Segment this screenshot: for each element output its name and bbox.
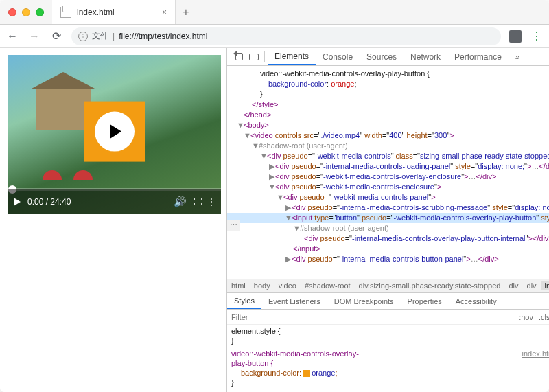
brace: } [260, 90, 263, 98]
tree-toggle-icon[interactable]: ▼ [237, 120, 244, 130]
selected-node[interactable]: ▼<input type="button" pseudo="-webkit-me… [227, 213, 549, 223]
tree-toggle-icon[interactable]: ▶ [285, 203, 292, 213]
scene-umbrella [73, 170, 93, 180]
crumb-div[interactable]: div [523, 281, 541, 290]
overlay-play-button[interactable] [84, 102, 145, 162]
tab-performance[interactable]: Performance [447, 48, 509, 65]
crumb-div[interactable]: div.sizing-small.phase-ready.state-stopp… [355, 281, 505, 290]
tab-accessibility[interactable]: Accessibility [449, 293, 504, 309]
crumb-html[interactable]: html [227, 281, 250, 290]
crumb-video[interactable]: video [274, 281, 301, 290]
tab-active[interactable]: index.html × [52, 0, 176, 24]
volume-icon[interactable]: 🔊 [174, 196, 187, 208]
tab-network[interactable]: Network [404, 48, 447, 65]
tree-toggle-icon[interactable]: ▼ [260, 151, 267, 161]
file-icon [60, 7, 71, 18]
video-time: 0:00 / 24:40 [27, 197, 71, 207]
crumb-input[interactable]: input [541, 281, 549, 290]
address-bar[interactable]: i 文件 | file:///tmp/test/index.html [71, 27, 501, 45]
tab-elements[interactable]: Elements [268, 48, 316, 65]
brace: } [231, 378, 234, 387]
tab-title: index.html [77, 8, 115, 17]
window-controls [0, 8, 52, 16]
toolbar: ← → ⟳ i 文件 | file:///tmp/test/index.html… [0, 25, 549, 48]
styles-panel: Styles Event Listeners DOM Breakpoints P… [227, 293, 549, 392]
minimize-window-icon[interactable] [22, 8, 30, 16]
devtools-tabs: Elements Console Sources Network Perform… [268, 48, 527, 65]
tree-toggle-icon[interactable]: ▼ [244, 130, 250, 141]
reload-button[interactable]: ⟳ [49, 30, 63, 43]
site-info-icon[interactable]: i [78, 32, 88, 41]
play-icon[interactable] [14, 198, 21, 206]
shadow-root: #shadow-root (user-agent) [300, 224, 389, 232]
color-swatch-icon[interactable] [303, 370, 310, 377]
styles-filter-bar: :hov .cls + [227, 310, 549, 325]
dom-tree[interactable]: video::-webkit-media-controls-overlay-pl… [227, 66, 549, 279]
browser-window: index.html × + ← → ⟳ i 文件 | file:///tmp/… [0, 0, 549, 392]
brace: } [231, 336, 234, 345]
tab-strip: index.html × + [52, 0, 196, 24]
address-label: 文件 [92, 30, 108, 42]
back-button[interactable]: ← [5, 30, 19, 43]
tab-styles[interactable]: Styles [227, 293, 261, 309]
tree-toggle-icon[interactable]: ▼ [268, 182, 275, 192]
tree-toggle-icon[interactable]: ▼ [285, 213, 292, 223]
tree-toggle-icon[interactable]: ▶ [285, 254, 292, 264]
hov-toggle[interactable]: :hov [516, 313, 536, 321]
video-controls: 0:00 / 24:40 🔊 ⛶ ⋮ [8, 189, 221, 214]
tree-toggle-icon[interactable]: ▶ [268, 172, 275, 182]
css-value: orange [331, 80, 354, 88]
tab-close-icon[interactable]: × [162, 8, 167, 17]
address-url: file:///tmp/test/index.html [119, 32, 207, 41]
styles-filter-input[interactable] [231, 313, 516, 321]
crumb-div[interactable]: div [504, 281, 522, 290]
maximize-window-icon[interactable] [36, 8, 44, 16]
video-player[interactable]: 0:00 / 24:40 🔊 ⛶ ⋮ [8, 55, 221, 214]
close-tag: </head> [244, 111, 271, 119]
tab-properties[interactable]: Properties [401, 293, 449, 309]
css-prop: background-color [268, 80, 327, 88]
new-tab-button[interactable]: + [176, 0, 196, 24]
tab-dom-breakpoints[interactable]: DOM Breakpoints [327, 293, 401, 309]
play-icon [110, 125, 121, 139]
source-link[interactable]: index.html:9 [522, 349, 549, 358]
devtools-toolbar: Elements Console Sources Network Perform… [227, 48, 549, 66]
tab-event-listeners[interactable]: Event Listeners [261, 293, 327, 309]
chrome-menu-icon[interactable]: ⋮ [530, 30, 544, 43]
tree-toggle-icon[interactable]: ▼ [252, 141, 259, 151]
close-window-icon[interactable] [8, 8, 16, 16]
tab-sources[interactable]: Sources [360, 48, 404, 65]
body-tag: <body> [244, 121, 269, 129]
css-selector: video::-webkit-media-controls-overlay-pl… [260, 69, 430, 78]
styles-pane: Styles Event Listeners DOM Breakpoints P… [227, 292, 549, 392]
page-content: 0:00 / 24:40 🔊 ⛶ ⋮ [0, 48, 226, 392]
tree-toggle-icon[interactable]: ▼ [293, 223, 300, 233]
tree-toggle-icon[interactable]: ▶ [268, 161, 275, 172]
css-rules[interactable]: element.style { } index.html:9 video::-w… [227, 325, 549, 392]
forward-button[interactable]: → [27, 30, 41, 43]
inspect-element-icon[interactable] [231, 49, 246, 65]
close-tag: </input> [293, 244, 320, 253]
css-prop[interactable]: background-color [241, 369, 299, 377]
shadow-root: #shadow-root (user-agent) [259, 141, 348, 150]
gutter-ellipsis-icon: ⋯ [227, 220, 240, 231]
rule-selector: video::-webkit-media-controls-overlay-pl… [231, 349, 369, 368]
fullscreen-icon[interactable]: ⛶ [194, 197, 200, 207]
video-src-link[interactable]: ./video.mp4 [320, 131, 360, 139]
profile-icon[interactable] [509, 30, 522, 43]
styles-tabs: Styles Event Listeners DOM Breakpoints P… [227, 293, 549, 310]
device-toolbar-icon[interactable] [246, 49, 261, 65]
tab-console[interactable]: Console [316, 48, 360, 65]
breadcrumb: html body video #shadow-root div.sizing-… [227, 279, 549, 292]
crumb-body[interactable]: body [250, 281, 274, 290]
crumb-shadow[interactable]: #shadow-root [301, 281, 355, 290]
video-menu-icon[interactable]: ⋮ [207, 197, 215, 207]
tree-toggle-icon[interactable]: ▼ [277, 192, 283, 203]
cls-toggle[interactable]: .cls [536, 313, 549, 321]
content: 0:00 / 24:40 🔊 ⛶ ⋮ Elements Console Sour… [0, 48, 549, 392]
close-tag: </style> [252, 100, 279, 108]
scene-house [36, 89, 91, 130]
tabs-overflow-icon[interactable]: » [509, 48, 527, 65]
css-value[interactable]: orange [312, 369, 335, 377]
scene-umbrella [43, 170, 62, 180]
